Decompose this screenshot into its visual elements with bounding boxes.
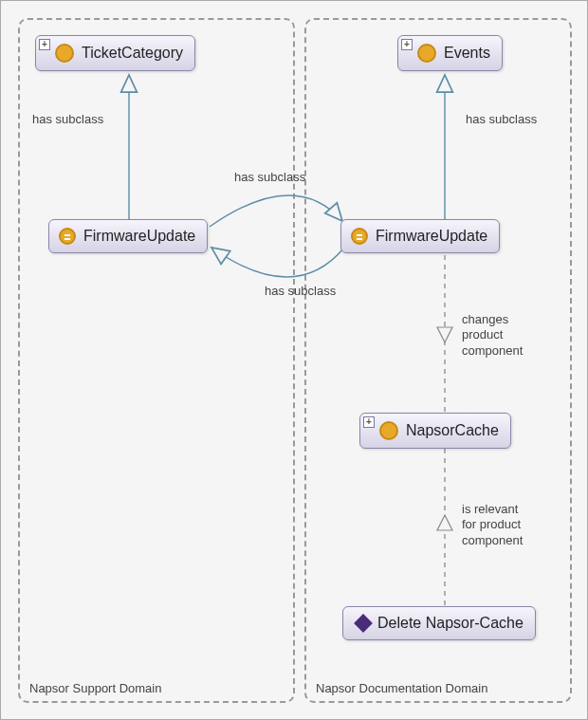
node-events[interactable]: + Events <box>397 35 503 71</box>
node-napsor-cache[interactable]: + NapsorCache <box>359 413 511 449</box>
node-label: Delete Napsor-Cache <box>377 615 524 632</box>
domain-label-right: Napsor Documentation Domain <box>316 681 487 695</box>
expand-icon[interactable]: + <box>39 39 50 50</box>
edge-label-has-subclass-cross-bottom: has subclass <box>265 284 336 299</box>
node-label: FirmwareUpdate <box>376 228 487 245</box>
node-label: TicketCategory <box>82 45 183 62</box>
node-label: FirmwareUpdate <box>83 228 195 245</box>
edge-label-has-subclass-cross-top: has subclass <box>234 170 305 185</box>
class-icon <box>55 44 74 63</box>
class-lines-icon <box>351 228 368 245</box>
edge-label-changes-product: changes product component <box>462 312 523 359</box>
expand-icon[interactable]: + <box>363 416 375 428</box>
node-label: Events <box>444 45 490 62</box>
node-ticket-category[interactable]: + TicketCategory <box>35 35 195 71</box>
edge-label-has-subclass-right: has subclass <box>466 112 537 127</box>
class-icon <box>379 421 398 440</box>
edge-label-relevant-product: is relevant for product component <box>462 502 523 548</box>
edge-label-has-subclass-left: has subclass <box>32 112 103 127</box>
diagram-canvas: Napsor Support Domain Napsor Documentati… <box>0 0 588 720</box>
diamond-icon <box>354 614 373 633</box>
expand-icon[interactable]: + <box>401 39 413 50</box>
node-delete-cache[interactable]: Delete Napsor-Cache <box>342 606 536 640</box>
domain-label-left: Napsor Support Domain <box>29 681 161 695</box>
node-firmware-left[interactable]: FirmwareUpdate <box>48 219 208 253</box>
node-label: NapsorCache <box>406 422 499 439</box>
node-firmware-right[interactable]: FirmwareUpdate <box>340 219 500 253</box>
class-icon <box>417 44 436 63</box>
class-lines-icon <box>59 228 76 245</box>
